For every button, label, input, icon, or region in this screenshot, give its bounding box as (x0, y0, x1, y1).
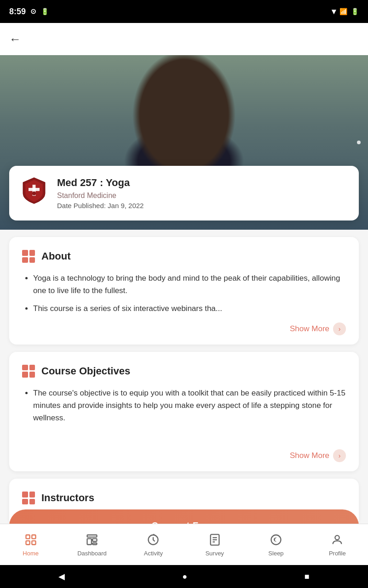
svg-point-18 (335, 536, 339, 540)
about-card-header: About (22, 250, 346, 263)
status-bar-left: 8:59 ⊙ 🔋 (9, 7, 49, 17)
signal-icon: 📶 (339, 8, 347, 15)
home-icon (23, 532, 38, 547)
svg-rect-9 (92, 539, 97, 542)
status-bar-right: ▾ 📶 🔋 (332, 6, 359, 17)
objectives-section-title: Course Objectives (41, 365, 130, 377)
nav-label-sleep: Sleep (268, 550, 283, 557)
nav-item-activity[interactable]: Activity (123, 528, 184, 561)
svg-point-2 (32, 192, 36, 196)
back-button[interactable]: ← (9, 32, 21, 46)
about-section-icon (22, 250, 35, 263)
svg-rect-6 (32, 541, 35, 544)
about-bullet-list: Yoga is a technology to bring the body a… (22, 272, 346, 315)
svg-rect-1 (29, 188, 40, 191)
course-date-published: Date Published: Jan 9, 2022 (57, 202, 144, 209)
bottom-navigation: Home Dashboard Activity (0, 524, 368, 565)
course-details: Med 257 : Yoga Stanford Medicine Date Pu… (57, 177, 144, 209)
svg-rect-4 (32, 535, 35, 539)
nav-label-survey: Survey (205, 550, 224, 557)
app-icon-1: ⊙ (30, 7, 36, 16)
svg-rect-8 (87, 539, 91, 545)
objectives-card-header: Course Objectives (22, 365, 346, 378)
svg-point-16 (271, 535, 281, 545)
svg-rect-5 (26, 541, 29, 544)
nav-item-survey[interactable]: Survey (184, 528, 245, 561)
status-bar: 8:59 ⊙ 🔋 ▾ 📶 🔋 (0, 0, 368, 23)
objectives-bullet-1: The course's objective is to equip you w… (33, 387, 346, 424)
nav-item-profile[interactable]: Profile (307, 528, 368, 561)
about-section-title: About (41, 250, 71, 262)
about-show-more-label: Show More (290, 324, 329, 334)
nav-label-profile: Profile (329, 550, 346, 557)
about-bullet-2: This course is a series of six interacti… (33, 302, 346, 315)
hero-container: Med 257 : Yoga Stanford Medicine Date Pu… (0, 55, 368, 230)
instructors-section-icon (22, 492, 35, 504)
about-show-more-arrow-icon: › (333, 322, 346, 335)
institution-logo (20, 177, 48, 204)
android-nav-bar: ◀ ● ■ (0, 565, 368, 588)
android-back-btn[interactable]: ◀ (45, 567, 79, 586)
about-show-more-button[interactable]: Show More › (22, 322, 346, 335)
top-bar: ← (0, 23, 368, 55)
battery-icon-sm: 🔋 (41, 8, 49, 15)
battery-icon: 🔋 (351, 8, 359, 15)
carousel-dot (357, 141, 361, 144)
objectives-show-more-label: Show More (290, 451, 329, 460)
about-card: About Yoga is a technology to bring the … (9, 237, 359, 345)
nav-item-dashboard[interactable]: Dashboard (61, 528, 122, 561)
nav-label-activity: Activity (144, 550, 163, 557)
activity-icon (146, 532, 161, 547)
nav-label-dashboard: Dashboard (77, 550, 107, 557)
instructors-section-title: Instructors (41, 492, 94, 504)
course-objectives-card: Course Objectives The course's objective… (9, 352, 359, 472)
objectives-bullet-list: The course's objective is to equip you w… (22, 387, 346, 442)
instructors-card-header: Instructors (22, 492, 346, 504)
status-time: 8:59 (9, 7, 26, 17)
back-arrow-icon: ← (9, 32, 21, 46)
svg-rect-10 (92, 543, 97, 545)
nav-item-sleep[interactable]: Sleep (245, 528, 306, 561)
course-title: Med 257 : Yoga (57, 177, 144, 189)
profile-icon (330, 532, 345, 547)
nav-item-home[interactable]: Home (0, 528, 61, 561)
survey-icon (207, 532, 222, 547)
svg-rect-7 (87, 535, 97, 537)
nav-label-home: Home (23, 550, 39, 557)
about-bullet-1: Yoga is a technology to bring the body a… (33, 272, 346, 297)
objectives-show-more-button[interactable]: Show More › (22, 449, 346, 462)
objectives-bullet-2: . (33, 430, 346, 442)
android-home-btn[interactable]: ● (168, 567, 201, 586)
dashboard-icon (85, 532, 99, 547)
objectives-section-icon (22, 365, 35, 378)
course-info-card: Med 257 : Yoga Stanford Medicine Date Pu… (9, 166, 359, 220)
svg-rect-3 (26, 535, 29, 539)
sleep-icon (269, 532, 283, 547)
course-institution: Stanford Medicine (57, 192, 144, 200)
android-recent-btn[interactable]: ■ (291, 567, 323, 586)
wifi-icon: ▾ (332, 6, 336, 17)
objectives-show-more-arrow-icon: › (333, 449, 346, 462)
